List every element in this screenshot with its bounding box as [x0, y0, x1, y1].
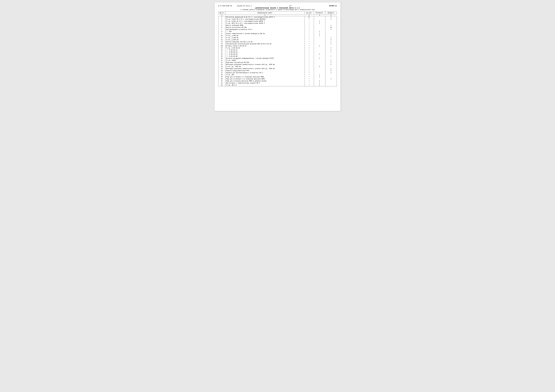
row-add: [325, 84, 337, 86]
row-num: IO: [218, 35, 225, 37]
table-row: 4То же, ВРI2-26-3,I5 с электродвигателем…: [218, 22, 337, 24]
table-row: I8–"– В.00.00-05"2: [218, 53, 337, 55]
row-unit: ": [305, 66, 314, 68]
doc-code: А-IУ-600-0480.90: [218, 5, 232, 7]
row-unit: ": [305, 62, 314, 64]
table-row: 22Подставка под фильтры ФП-300"3: [218, 62, 337, 64]
row-unit: ": [305, 39, 314, 41]
row-name: То же, В-ЦI4-46-3,5 с электродвигателем …: [225, 20, 305, 22]
table-row: IВентилятор радиальный В-Ц4-46-5 с элект…: [218, 16, 337, 18]
row-unit: ": [305, 84, 314, 86]
row-num: I4а: [218, 45, 225, 47]
col-header-unit: Ед.изм.: [305, 12, 314, 14]
row-num: 22: [218, 62, 225, 64]
row-name: Противовзрывное устройство УЗС-I: [225, 29, 305, 31]
col-num-5: 5: [325, 14, 337, 16]
row-unit: ": [305, 82, 314, 84]
row-name: Вставка гибкая Н.00.00-07: [225, 45, 305, 47]
row-unit: ": [305, 20, 314, 22]
row-excl: 3: [314, 35, 325, 37]
row-name: То же, д-400 мм: [225, 37, 305, 39]
row-num: 33: [218, 84, 225, 86]
row-excl: [314, 72, 325, 74]
row-name: Вентилятор радиальный В-Ц4-46-5 с электр…: [225, 16, 305, 18]
row-excl: I: [314, 76, 325, 78]
main-table: №№ пп Наименование работ Ед.изм. Исключи…: [218, 11, 337, 86]
row-excl: I: [314, 57, 325, 59]
table-row: 32Люк-вставка к герметическому клапану Л…: [218, 82, 337, 84]
row-excl: [314, 39, 325, 41]
row-excl: [314, 70, 325, 72]
row-num: 8: [218, 31, 225, 33]
table-row: 33То же, ЛВ-3-б"2: [218, 84, 337, 86]
row-name: Рама для установки 4-х ячейковых фильтро…: [225, 76, 305, 78]
table-row: 28То же, МЗI"I: [218, 74, 337, 76]
row-name: –"– В.00.00-05: [225, 53, 305, 55]
row-unit: ": [305, 37, 314, 39]
row-num: 26: [218, 70, 225, 72]
row-excl: [314, 64, 325, 66]
row-add: [325, 76, 337, 78]
header-left: А-IУ-600-0480.90 Альбом IO книга I: [218, 5, 252, 7]
row-excl: 2: [314, 66, 325, 68]
row-unit: ": [305, 24, 314, 26]
row-excl: [314, 43, 325, 45]
col-num-2: 2: [225, 14, 305, 16]
table-row: 2То же, В-ЦI4-46-3,I5 с электродвигателе…: [218, 18, 337, 20]
row-name: То же, дл. 2I00 мм: [225, 66, 305, 68]
row-excl: [314, 55, 325, 57]
row-num: 3: [218, 20, 225, 22]
table-row: 5Фильтр ячейковый ФЯРБ"7: [218, 24, 337, 26]
row-name: –"– В.00.00-03: [225, 51, 305, 53]
title-main: ДОПОЛНИТЕЛЬНЫЕ ОБЪЕМЫ К ЛОКАЛЬНОЙ СМЕТЕ …: [218, 7, 337, 9]
table-row: 3IРама для установки фильтров ФЯРБ в две…: [218, 80, 337, 82]
table-row: 20Заслонка воздушная унифицированная с р…: [218, 57, 337, 59]
row-unit: ": [305, 80, 314, 82]
row-excl: [314, 62, 325, 64]
page: А-IУ-600-0480.90 Альбом IO книга I I27 С…: [214, 2, 341, 111]
row-unit: ": [305, 35, 314, 37]
row-name: Фильтр ячейковый ФЯРБ: [225, 24, 305, 26]
col-header-num: №№ пп: [218, 12, 225, 14]
table-row: 7Противовзрывное устройство УЗС-I"2: [218, 29, 337, 31]
row-name: То же, д-600 мм: [225, 39, 305, 41]
row-name: Рама для установки фильтров ФЯРБ в дверн…: [225, 80, 305, 82]
row-unit: ": [305, 78, 314, 80]
table-row: 9Клапан герметический с ручным приводом …: [218, 33, 337, 35]
table-row: I2То же, д-600 мм"3: [218, 39, 337, 41]
row-add: [325, 22, 337, 24]
row-add: 3: [325, 62, 337, 64]
row-add: I: [325, 51, 337, 53]
row-num: 4: [218, 22, 225, 24]
title-sub: к типовому проекту сооружения, встроенно…: [218, 9, 337, 11]
row-num: 2: [218, 18, 225, 20]
row-add: 2: [325, 68, 337, 70]
row-name: То же, В-ЦI4-46-3,I5 с электродвигателем…: [225, 18, 305, 20]
row-excl: [314, 78, 325, 80]
table-row: 23Прокладка резиновая прямоугольного сеч…: [218, 64, 337, 66]
table-row: I6–"– Н.00.00-II"I: [218, 49, 337, 51]
row-name: То же, МЗI: [225, 74, 305, 76]
row-num: I6: [218, 49, 225, 51]
row-name: –"– МЗС: [225, 31, 305, 33]
row-unit: ": [305, 53, 314, 55]
row-excl: [314, 41, 325, 43]
row-add: 4: [325, 70, 337, 72]
row-excl: [314, 18, 325, 20]
row-unit: ": [305, 68, 314, 70]
row-add: 3: [325, 39, 337, 41]
row-excl: [314, 37, 325, 39]
row-name: Рама для установки 6-ти ячейковых фильтр…: [225, 78, 305, 80]
row-add: [325, 74, 337, 76]
row-num: I4: [218, 43, 225, 45]
table-row: I4Электрический исполнительный механизм …: [218, 43, 337, 45]
row-excl: I: [314, 33, 325, 35]
row-excl: [314, 51, 325, 53]
row-num: 6: [218, 26, 225, 29]
col-header-add: Добавить: [325, 12, 337, 14]
row-unit: ": [305, 57, 314, 59]
row-num: 9: [218, 33, 225, 35]
row-num: 3I: [218, 80, 225, 82]
row-num: I8: [218, 53, 225, 55]
row-num: I: [218, 16, 225, 18]
